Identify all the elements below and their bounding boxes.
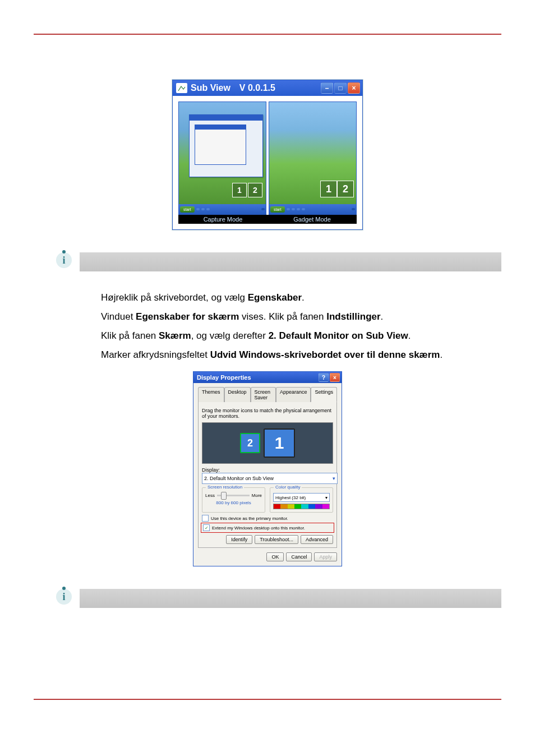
display-select-value: 2. Default Monitor on Sub View [204, 476, 274, 481]
slider-thumb[interactable] [221, 492, 227, 500]
help-button[interactable]: ? [319, 373, 329, 382]
screen-resolution-group: Screen resolution Less More 800 by 600 p… [202, 487, 265, 513]
display-properties-dialog: Display Properties ? × Themes Desktop Sc… [193, 371, 342, 566]
monitor-badge-1: 1 [232, 183, 247, 197]
capture-mode-label: Capture Mode [178, 216, 268, 223]
tab-settings[interactable]: Settings [311, 387, 337, 402]
advanced-button[interactable]: Advanced [301, 535, 333, 544]
capture-mode-preview: 1 2 start [178, 102, 266, 215]
gadget-mode-preview: 1 2 start [269, 102, 357, 215]
monitor-icon-2[interactable]: 2 [240, 433, 260, 453]
bold-egenskaber: Egenskaber [248, 292, 302, 303]
bold-indstillinger: Indstillinger [326, 311, 380, 322]
resolution-value: 800 by 600 pixels [205, 500, 262, 505]
chevron-down-icon: ▾ [325, 495, 328, 500]
color-quality-select[interactable]: Highest (32 bit) ▾ [273, 493, 330, 502]
troubleshoot-button[interactable]: Troubleshoot... [255, 535, 298, 544]
text: . [440, 349, 442, 360]
chevron-down-icon: ▾ [333, 476, 335, 481]
arrange-hint: Drag the monitor icons to match the phys… [202, 408, 333, 419]
text: . [381, 311, 384, 322]
minimize-button[interactable]: – [321, 82, 333, 94]
subview-title-text: Sub View [191, 83, 230, 93]
text: vises. Klik på fanen [239, 311, 326, 322]
color-quality-legend: Color quality [274, 485, 302, 490]
display-select[interactable]: 2. Default Monitor on Sub View ▾ [202, 473, 338, 484]
tab-strip: Themes Desktop Screen Saver Appearance S… [198, 386, 337, 402]
info-note-2: i [56, 589, 501, 608]
display-label: Display: [202, 467, 333, 473]
subview-window-controls: – □ × [321, 82, 360, 94]
subview-titlebar: Sub View V 0.0.1.5 – □ × [173, 80, 362, 96]
text: Vinduet [101, 311, 136, 322]
apply-button[interactable]: Apply [314, 552, 337, 561]
info-note-1: i [56, 252, 501, 271]
dialog-title: Display Properties [197, 374, 251, 381]
bottom-horizontal-rule [34, 699, 501, 700]
tab-appearance[interactable]: Appearance [276, 387, 311, 402]
tab-screensaver[interactable]: Screen Saver [251, 387, 276, 402]
taskbar: start [269, 204, 356, 214]
top-horizontal-rule [34, 34, 501, 35]
resolution-legend: Screen resolution [206, 485, 244, 490]
text: . [302, 292, 305, 303]
primary-monitor-checkbox[interactable]: Use this device as the primary monitor. [202, 515, 333, 522]
color-quality-group: Color quality Highest (32 bit) ▾ [270, 487, 333, 513]
checkbox-box[interactable] [202, 515, 209, 522]
extend-desktop-checkbox[interactable]: ✓ Extend my Windows desktop onto this mo… [202, 524, 333, 532]
ok-button[interactable]: OK [266, 552, 284, 561]
close-button[interactable]: × [348, 82, 360, 94]
check-icon: ✓ [205, 525, 209, 531]
text: Klik på fanen [101, 330, 159, 341]
text: . [408, 330, 411, 341]
slider-less-label: Less [205, 493, 215, 498]
subview-window: Sub View V 0.0.1.5 – □ × 1 2 [172, 80, 363, 230]
subview-version-text: V 0.0.1.5 [239, 83, 275, 93]
instruction-paragraph: Højreklik på skrivebordet, og vælg Egens… [101, 288, 501, 365]
checkbox-label: Extend my Windows desktop onto this moni… [212, 525, 305, 531]
bold-default-monitor: 2. Default Monitor on Sub View [269, 330, 408, 341]
info-icon: i [56, 252, 72, 268]
mode-label-row: Capture Mode Gadget Mode [178, 215, 357, 224]
cancel-button[interactable]: Cancel [286, 552, 312, 561]
monitor-arrangement[interactable]: 2 1 [202, 422, 333, 464]
checkbox-label: Use this device as the primary monitor. [211, 516, 288, 521]
text: , og vælg derefter [191, 330, 269, 341]
monitor-badge-2: 2 [248, 183, 262, 197]
subview-app-icon [176, 83, 187, 93]
monitor-icon-1[interactable]: 1 [264, 428, 295, 458]
checkbox-box[interactable]: ✓ [203, 524, 210, 531]
gadget-mode-label: Gadget Mode [268, 216, 357, 223]
note-bar [80, 589, 501, 608]
color-preview-bar [273, 504, 330, 509]
slider-more-label: More [252, 493, 262, 498]
text: Højreklik på skrivebordet, og vælg [101, 292, 248, 303]
resolution-slider[interactable]: Less More [205, 493, 262, 498]
dialog-titlebar: Display Properties ? × [193, 372, 342, 383]
note-bar [80, 252, 501, 271]
color-quality-value: Highest (32 bit) [275, 495, 306, 500]
tab-themes[interactable]: Themes [198, 387, 224, 402]
start-button: start [270, 206, 285, 213]
maximize-button[interactable]: □ [334, 82, 347, 94]
monitor-badge-1: 1 [320, 181, 337, 197]
start-button: start [180, 206, 195, 213]
tab-desktop[interactable]: Desktop [224, 387, 251, 402]
text: Marker afkrydsningsfeltet [101, 349, 210, 360]
bold-skaerm: Skærm [159, 330, 191, 341]
monitor-badge-2: 2 [337, 181, 354, 197]
info-icon: i [56, 589, 72, 605]
taskbar: start [179, 204, 266, 214]
display-properties-figure: Display Properties ? × Themes Desktop Sc… [34, 371, 501, 566]
close-button[interactable]: × [330, 373, 340, 382]
bold-udvid: Udvid Windows-skrivebordet over til denn… [210, 349, 440, 360]
identify-button[interactable]: Identify [226, 535, 252, 544]
bold-egenskaber-skaerm: Egenskaber for skærm [136, 311, 239, 322]
subview-figure: Sub View V 0.0.1.5 – □ × 1 2 [34, 80, 501, 230]
